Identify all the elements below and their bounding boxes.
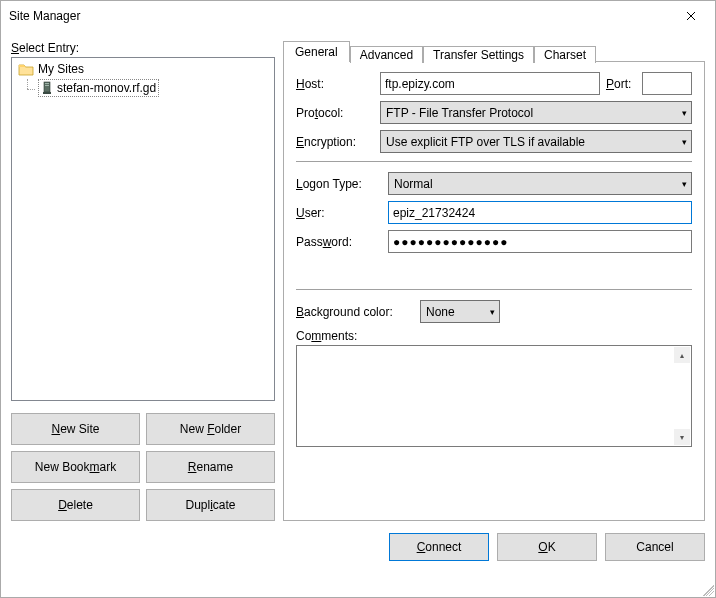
delete-button[interactable]: Delete [11,489,140,521]
password-input[interactable] [388,230,692,253]
resize-grip[interactable] [700,582,714,596]
user-label: User: [296,206,382,220]
comments-label: Comments: [296,329,692,343]
chevron-down-icon: ▾ [490,307,495,317]
close-icon [686,11,696,21]
password-label: Password: [296,235,382,249]
new-site-button[interactable]: New Site [11,413,140,445]
rename-button[interactable]: Rename [146,451,275,483]
bottom-button-bar: Connect OK Cancel [1,521,715,573]
encryption-label: Encryption: [296,135,374,149]
encryption-value: Use explicit FTP over TLS if available [386,135,585,149]
user-input[interactable] [388,201,692,224]
tab-strip: General Advanced Transfer Settings Chars… [283,37,705,61]
new-folder-button[interactable]: New Folder [146,413,275,445]
background-color-select[interactable]: None ▾ [420,300,500,323]
tree-site-item[interactable]: stefan-monov.rf.gd [12,78,274,98]
background-color-label: Background color: [296,305,414,319]
ok-button[interactable]: OK [497,533,597,561]
tree-elbow-icon [22,79,36,97]
folder-icon [18,62,34,76]
scroll-down-button[interactable]: ▾ [674,429,690,445]
protocol-label: Protocol: [296,106,374,120]
chevron-down-icon: ▾ [682,137,687,147]
svg-rect-1 [45,83,49,84]
tab-charset[interactable]: Charset [534,46,596,63]
tab-advanced[interactable]: Advanced [350,46,423,63]
protocol-select[interactable]: FTP - File Transfer Protocol ▾ [380,101,692,124]
host-input[interactable] [380,72,600,95]
tree-root-label: My Sites [38,62,84,76]
connect-button[interactable]: Connect [389,533,489,561]
duplicate-button[interactable]: Duplicate [146,489,275,521]
tab-general[interactable]: General [283,41,350,62]
left-panel: Select Entry: My Sites [11,37,275,521]
port-label: Port: [606,77,636,91]
tab-transfer-settings[interactable]: Transfer Settings [423,46,534,63]
tree-selected-site[interactable]: stefan-monov.rf.gd [38,79,159,97]
chevron-down-icon: ▾ [682,108,687,118]
background-color-value: None [426,305,455,319]
select-entry-label: Select Entry: [11,41,275,55]
window-title: Site Manager [9,9,80,23]
right-panel: General Advanced Transfer Settings Chars… [283,37,705,521]
logon-type-select[interactable]: Normal ▾ [388,172,692,195]
host-label: Host: [296,77,374,91]
protocol-value: FTP - File Transfer Protocol [386,106,533,120]
server-icon [41,81,53,95]
title-bar: Site Manager [1,1,715,31]
left-button-grid: New Site New Folder New Bookmark Rename … [11,413,275,521]
divider [296,289,692,290]
tab-page-general: Host: Port: Protocol: FTP - File Transfe… [283,61,705,521]
site-tree[interactable]: My Sites stefan-monov.rf.gd [11,57,275,401]
cancel-button[interactable]: Cancel [605,533,705,561]
svg-rect-2 [45,85,49,86]
comments-textarea[interactable]: ▴ ▾ [296,345,692,447]
divider [296,161,692,162]
port-input[interactable] [642,72,692,95]
tree-site-label: stefan-monov.rf.gd [57,81,156,95]
tree-root-my-sites[interactable]: My Sites [12,60,274,78]
close-button[interactable] [668,2,713,30]
svg-rect-3 [43,92,51,94]
logon-type-value: Normal [394,177,433,191]
logon-type-label: Logon Type: [296,177,382,191]
chevron-down-icon: ▾ [682,179,687,189]
encryption-select[interactable]: Use explicit FTP over TLS if available ▾ [380,130,692,153]
new-bookmark-button[interactable]: New Bookmark [11,451,140,483]
scroll-up-button[interactable]: ▴ [674,347,690,363]
